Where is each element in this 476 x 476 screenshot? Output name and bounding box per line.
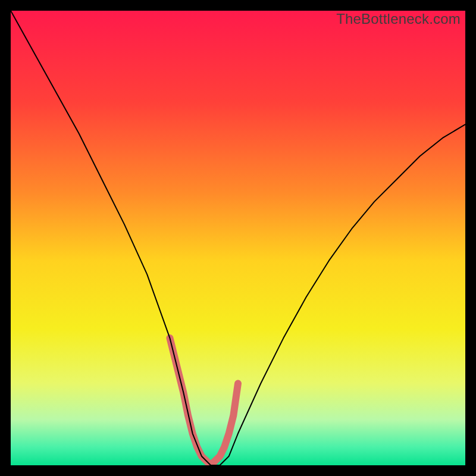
chart-frame: TheBottleneck.com — [0, 0, 476, 476]
watermark-text: TheBottleneck.com — [336, 11, 461, 27]
chart-svg — [11, 11, 465, 465]
plot-area: TheBottleneck.com — [11, 11, 465, 465]
